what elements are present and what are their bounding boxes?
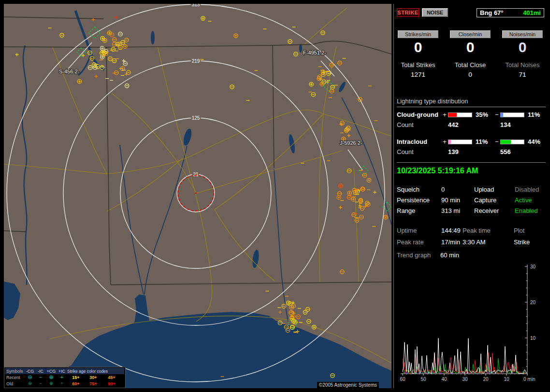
distance-value: 401mi (523, 9, 541, 16)
svg-text:0 min: 0 min (523, 377, 535, 382)
trend-graph-label-row: Trend graph 60 min (397, 252, 546, 259)
ic-plus-percent: 11% (473, 138, 493, 145)
svg-text:20: 20 (483, 377, 489, 382)
legend-recent-label: Recent (5, 375, 25, 380)
map-canvas[interactable]: 31321912531 S-456 2-F-4951 2-J-5926 2- (4, 4, 391, 388)
stats-panel: Uptime 144:49 Peak time Plot Peak rate 1… (397, 227, 546, 246)
plus-sign: + (441, 138, 448, 145)
legend-age-75: 75+ (85, 381, 102, 386)
svg-text:219: 219 (192, 58, 200, 64)
svg-text:30: 30 (462, 377, 468, 382)
strikes-per-min-button[interactable]: Strikes/min (398, 30, 438, 38)
current-datetime: 10/23/2025 5:19:16 AM (397, 167, 546, 175)
strikes-per-min-value: 0 (397, 39, 439, 56)
upload-status: Disabled (515, 186, 546, 193)
cg-plus-bar (448, 112, 472, 117)
uptime-label: Uptime (397, 227, 441, 234)
legend-age-15: 15+ (67, 375, 85, 380)
svg-text:10: 10 (504, 377, 509, 382)
receiver-label: Receiver (474, 207, 515, 214)
total-close-label: Total Close (449, 61, 492, 69)
peak-time-label: Peak time (463, 227, 514, 234)
trend-graph-duration: 60 min (440, 252, 459, 259)
cloud-ground-label: Cloud-ground (397, 111, 441, 118)
legend-recent-nic-icon: − (35, 375, 46, 380)
indicator-row: STRIKE NOISE Bng 67° 401mi (397, 8, 546, 17)
strike-indicator-button[interactable]: STRIKE (397, 8, 419, 17)
total-strikes-label: Total Strikes (397, 61, 439, 69)
ic-minus-bar (500, 140, 524, 144)
peak-time-value: 3:30 AM (463, 238, 514, 246)
copyright-text: ©2005 Astrogenic Systems (317, 382, 379, 388)
svg-text:31: 31 (193, 172, 199, 177)
legend-age-45: 45+ (102, 375, 121, 380)
totals-row: Total Strikes 1271 Total Close 0 Total N… (397, 61, 546, 78)
ic-minus-count: 556 (500, 148, 525, 155)
plot-label: Plot (514, 227, 546, 234)
close-per-min-value: 0 (449, 39, 492, 56)
legend-old-pic-icon: + (57, 381, 67, 386)
legend-old-ncg-icon: ⊖ (25, 381, 35, 386)
status-sidebar: STRIKE NOISE Bng 67° 401mi Strikes/min 0… (393, 4, 546, 388)
svg-text:J-5926 2-: J-5926 2- (340, 140, 362, 146)
legend-col-pic: +IC (57, 369, 67, 374)
bearing-distance-readout: Bng 67° 401mi (477, 8, 544, 17)
legend-age-header: Strike age color codes (67, 369, 121, 374)
ic-plus-bar (448, 140, 472, 144)
cg-count-label: Count (397, 121, 441, 128)
lightning-map[interactable]: 31321912531 S-456 2-F-4951 2-J-5926 2- S… (4, 4, 391, 388)
noises-per-min-button[interactable]: Noises/min (502, 30, 543, 38)
legend-col-nic: -IC (35, 369, 46, 374)
svg-text:40: 40 (441, 377, 447, 382)
lightning-type-distribution: Lightning type distribution Cloud-ground… (397, 98, 546, 155)
svg-text:10: 10 (530, 336, 536, 341)
legend-age-90: 90+ (102, 381, 121, 386)
upload-label: Upload (474, 186, 515, 193)
ic-minus-percent: 44% (525, 138, 546, 145)
bearing-value: Bng 67° (480, 9, 504, 16)
ic-plus-count: 139 (448, 148, 473, 155)
cg-plus-count: 442 (448, 121, 473, 128)
close-per-min-button[interactable]: Close/min (450, 30, 491, 38)
range-value: 313 mi (441, 207, 474, 214)
intracloud-label: Intracloud (397, 138, 441, 145)
svg-text:F-4951 2-: F-4951 2- (303, 50, 326, 56)
distribution-title: Lightning type distribution (397, 98, 546, 107)
plot-value: Strike (514, 238, 546, 246)
svg-text:60: 60 (400, 377, 405, 382)
ic-count-label: Count (397, 148, 441, 155)
receiver-status: Enabled (515, 207, 546, 214)
noise-indicator-button[interactable]: NOISE (422, 8, 448, 17)
legend-recent-ncg-icon: ⊖ (25, 375, 35, 380)
settings-panel: Squelch 0 Upload Disabled Persistence 90… (397, 186, 546, 214)
trend-graph: 1020306050403020100 min (397, 262, 547, 389)
section-divider (397, 162, 546, 163)
svg-text:50: 50 (420, 377, 426, 382)
plus-sign: + (441, 111, 448, 118)
legend-age-30: 30+ (85, 375, 102, 380)
minus-sign: − (493, 111, 500, 118)
squelch-label: Squelch (397, 186, 441, 193)
minus-sign: − (493, 138, 500, 145)
map-legend: Symbols -CG -IC +CG +IC Strike age color… (4, 367, 126, 388)
total-close-value: 0 (449, 71, 492, 78)
svg-text:20: 20 (530, 300, 536, 305)
legend-recent-pic-icon: + (57, 375, 67, 380)
total-noises-value: 71 (501, 71, 544, 78)
cg-minus-bar (500, 112, 524, 117)
uptime-value: 144:49 (441, 227, 463, 234)
range-label: Range (397, 207, 441, 214)
capture-label: Capture (474, 196, 515, 204)
persistence-value: 90 min (441, 196, 474, 204)
legend-col-pcg: +CG (46, 369, 57, 374)
persistence-label: Persistence (397, 196, 441, 204)
legend-old-nic-icon: − (35, 381, 46, 386)
legend-old-pcg-icon: ⊕ (46, 381, 57, 386)
legend-symbols-header: Symbols (5, 369, 25, 374)
svg-text:S-456 2-: S-456 2- (59, 69, 80, 74)
total-strikes-value: 1271 (397, 71, 439, 78)
peak-rate-label: Peak rate (397, 238, 441, 246)
legend-recent-pcg-icon: ⊕ (46, 375, 57, 380)
cg-minus-count: 134 (500, 121, 525, 128)
peak-rate-value: 17/min (441, 238, 463, 246)
